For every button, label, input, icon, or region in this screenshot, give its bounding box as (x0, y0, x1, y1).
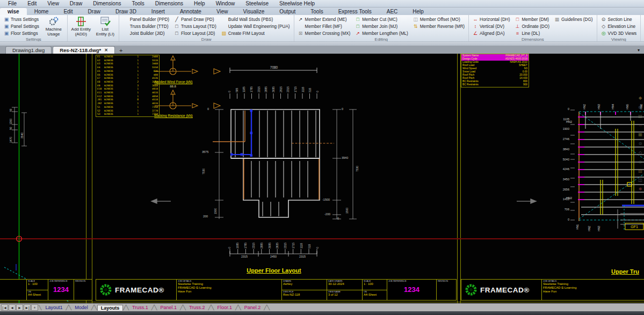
tab-menu-arrow-icon[interactable]: ▾ (638, 48, 640, 53)
ribbon-button[interactable]: ↗ Member Extend (ME) (297, 16, 352, 23)
ribbon-button[interactable]: □ Member Cut (MC) (354, 16, 409, 23)
add-layout-button[interactable]: + (31, 304, 38, 311)
table-row: E12 WJ9036 1 4850 (97, 96, 158, 98)
ribbon-button[interactable]: ◎ VVD 3D Views (600, 30, 638, 36)
ribbon-tab[interactable]: wise (0, 8, 27, 15)
ribbon-tab[interactable]: Edit (56, 8, 80, 15)
layout-tab[interactable]: Floor.1 (214, 305, 235, 310)
first-tab-button[interactable]: |◄ (1, 304, 8, 311)
list-entity-button[interactable]: List Entity (LI) (95, 16, 116, 36)
dim-label: -200 (324, 213, 330, 216)
ribbon-button[interactable]: □ Member Join (MJ) (354, 23, 409, 30)
ribbon-tab[interactable]: AEC (379, 8, 406, 15)
add-entity-button[interactable]: Add Entity (ADD) (70, 16, 92, 36)
tool-icon: ▨ (221, 31, 227, 36)
ribbon-button[interactable]: ↗ Member Lengthen (ML) (354, 30, 409, 36)
menu-item[interactable]: Help (189, 1, 210, 6)
ribbon-button[interactable]: Joist Builder (JID) (122, 30, 170, 36)
ribbon-button[interactable]: Member Fillet (MF) (297, 23, 352, 30)
ribbon-button[interactable]: □ Member (DM) (513, 16, 550, 23)
ordinate-label: 2885 (264, 75, 267, 92)
ribbon-button[interactable]: Update Wall Engineering (PUA) (220, 23, 291, 30)
menu-item[interactable]: Tools (127, 1, 149, 6)
ribbon-button[interactable]: ≡ Line (DL) (513, 30, 550, 36)
floor-layout-title: Upper Floor Layout (231, 267, 317, 274)
dim-label: 7530 (356, 156, 359, 172)
ribbon-button[interactable]: ╱ Panel Draw (PD) (173, 16, 218, 23)
ribbon-button[interactable]: ↕ Vertical (DV) (472, 23, 511, 30)
layout-tab[interactable]: Layouts (97, 305, 124, 311)
ribbon-tab[interactable]: Output (272, 8, 303, 15)
ribbon-button[interactable]: Build Wall Studs (PBS) (220, 16, 291, 23)
menu-item[interactable]: File (3, 1, 21, 6)
layout-tab[interactable]: Panel.2 (241, 305, 264, 310)
ribbon-button[interactable]: ∠ Aligned (DA) (472, 30, 511, 36)
menu-item[interactable]: Draw (65, 1, 87, 6)
ribbon-button[interactable]: □ Floor Layout (JD) (173, 30, 218, 36)
dim-label: 90 (9, 126, 12, 130)
ribbon-button[interactable]: ⇅ Member Reverse (MR) (412, 23, 466, 30)
ribbon-tab[interactable]: Visualize (235, 8, 272, 15)
ribbon-button[interactable]: ⊙ Section Line (600, 16, 638, 23)
bottom-ordinates: 0108517852315288530852635231517151115515… (228, 240, 319, 248)
brand-name: FRAMECAD® (115, 286, 164, 294)
drawing-tab[interactable]: Drawing1.dwg (5, 46, 52, 54)
ribbon-button[interactable]: Panel Builder (PPD) (122, 16, 170, 23)
close-icon[interactable]: ✕ (104, 48, 108, 53)
ribbon-tab[interactable]: Home (27, 8, 56, 15)
menu-item[interactable]: Dimensions (88, 1, 126, 6)
ribbon-button[interactable]: ◫ Member Offset (MO) (412, 16, 466, 23)
ribbon-tab[interactable]: Help (405, 8, 431, 15)
next-tab-button[interactable]: ► (16, 304, 23, 311)
last-tab-button[interactable]: ►| (24, 304, 31, 311)
dimension-icon: ∠ (473, 31, 478, 36)
ribbon-tab[interactable]: View (209, 8, 236, 15)
panel-label: Viewing (597, 36, 641, 42)
truss-layout-title: Upper Tru (611, 268, 644, 275)
ribbon-tab[interactable]: Annotate (172, 8, 209, 15)
framecad-logo (99, 283, 112, 296)
dim-label: 0 (337, 217, 339, 220)
ribbon-button[interactable]: ▨ Create FIM Layout (220, 30, 291, 36)
ribbon-button[interactable]: Truss Builder (TTD) (122, 23, 170, 30)
prev-tab-button[interactable]: ◄ (9, 304, 16, 311)
ribbon-button[interactable]: ▦ Guidelines (DG) (553, 16, 594, 23)
menu-item[interactable]: Steelwise (241, 1, 273, 6)
ribbon-tab[interactable]: Express Tools (331, 8, 379, 15)
new-tab-button[interactable]: + (116, 47, 126, 54)
machine-usage-button[interactable]: Machine Usage (43, 16, 64, 36)
ordinate-label: 3085 (272, 75, 275, 92)
dimension-icon: ↔ (473, 17, 478, 22)
ribbon-tab[interactable]: Insert (144, 8, 172, 15)
layout-tab[interactable]: Panel.1 (157, 305, 180, 310)
ribbon-tab[interactable]: Draw (81, 8, 108, 15)
drawing-tab-active[interactable]: Res-NZ-118.dwg* ✕ (53, 46, 115, 54)
menu-item[interactable]: Steelwise Help (274, 1, 320, 6)
ribbon-button[interactable]: ◇ Elevation Line (600, 23, 638, 30)
ordinate-label: 2746 (563, 137, 569, 141)
layout-tab[interactable]: Truss.1 (129, 305, 151, 310)
ribbon-button[interactable]: ▣ Truss Settings (3, 16, 40, 23)
drawing-canvas[interactable]: GF1 Applied Wind Force (kN) 88.8 Racking… (0, 54, 644, 303)
tab-divider: ╱╲ (208, 305, 214, 310)
dim-label: 3575 (202, 150, 208, 153)
ribbon-button[interactable]: ▣ Floor Settings (3, 30, 40, 36)
layout-tab[interactable]: Model (71, 305, 91, 310)
table-row: E5 WJ9036 1 836 (97, 70, 158, 73)
layout-tab[interactable]: Layout1 (42, 305, 66, 310)
menu-item[interactable]: Dimensions (150, 1, 188, 6)
ribbon-button[interactable]: ▣ Panel Settings (3, 23, 40, 30)
menu-item[interactable]: Window (211, 1, 240, 6)
menu-item[interactable]: Edit (23, 1, 41, 6)
ribbon-tab[interactable]: Draw 3D (108, 8, 144, 15)
dimension-icon: □ (515, 17, 520, 22)
menu-item[interactable]: View (42, 1, 64, 6)
ribbon-button[interactable]: ⊥ Ordinate (DO) (513, 23, 550, 30)
ordinate-label: 706 (565, 208, 569, 211)
ribbon-button[interactable]: □ Truss Layout (TD) (173, 23, 218, 30)
menu-bar: FileEditViewDrawDimensionsToolsDimension… (0, 0, 644, 8)
ribbon-button[interactable]: ⊠ Member Crossing (MX) (297, 30, 352, 36)
ribbon-tab[interactable]: Tools (303, 8, 330, 15)
ribbon-button[interactable]: ↔ Horizontal (DH) (472, 16, 511, 23)
layout-tab[interactable]: Truss.2 (186, 305, 208, 310)
